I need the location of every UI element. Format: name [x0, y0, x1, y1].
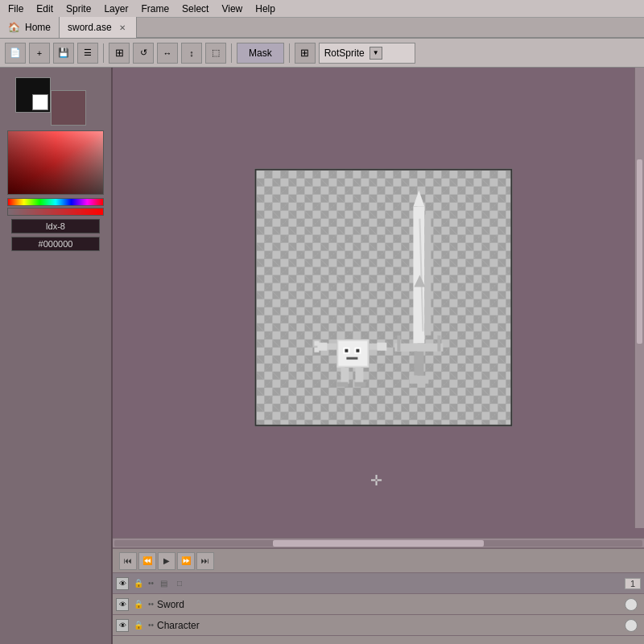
left-panel: ldx-8 — [0, 68, 113, 644]
go-first-button[interactable]: ⏮ — [119, 552, 137, 570]
sword-layer-name: Sword — [157, 599, 621, 610]
crosshair-indicator: ✛ — [370, 472, 382, 489]
char-mouth — [346, 357, 357, 360]
character-layer-visibility[interactable]: 👁 — [116, 619, 129, 632]
layers-header-row: 👁 🔒 •• ▤ □ 1 — [113, 573, 644, 594]
menu-file[interactable]: File — [3, 2, 28, 16]
vertical-scrollbar[interactable] — [634, 68, 644, 528]
tab-close-button[interactable]: ✕ — [117, 22, 128, 33]
tab-bar: 🏠 Home sword.ase ✕ — [0, 18, 644, 39]
h-scrollbar-track[interactable] — [114, 540, 642, 547]
v-scrollbar-thumb[interactable] — [637, 159, 642, 344]
timeline-controls: ⏮ ⏪ ▶ ⏩ ⏭ — [113, 549, 644, 573]
canvas-area: ✛ ⏮ ⏪ ▶ ⏩ ⏭ 👁 — [113, 68, 644, 644]
sword-layer-dots: •• — [148, 600, 154, 609]
char-finger1 — [314, 341, 319, 346]
char-hand-right — [377, 343, 386, 351]
menu-button[interactable]: ☰ — [77, 43, 98, 64]
menu-sprite[interactable]: Sprite — [61, 2, 96, 16]
rotsprite-select[interactable]: RotSprite ▼ — [319, 43, 415, 64]
layer-row-sword: 👁 🔒 •• Sword — [113, 594, 644, 615]
menu-layer[interactable]: Layer — [99, 2, 133, 16]
hue-slider[interactable] — [7, 198, 104, 206]
sword-frame-indicator — [625, 598, 638, 611]
flip-button[interactable]: ↔ — [157, 43, 178, 64]
toolbar-separator-1 — [103, 43, 104, 63]
canvas-wrapper[interactable]: ✛ — [113, 68, 644, 538]
char-face — [338, 341, 367, 366]
tab-home[interactable]: 🏠 Home — [0, 17, 60, 38]
tab-home-label: Home — [25, 22, 51, 33]
rotsprite-label: RotSprite — [324, 47, 365, 59]
rotsprite-dropdown-arrow[interactable]: ▼ — [369, 47, 382, 60]
sword-guard — [394, 344, 443, 352]
layer-expand-icon[interactable]: ▤ — [157, 577, 170, 590]
layer-visibility-icon[interactable]: 👁 — [116, 577, 129, 590]
alpha-slider[interactable] — [7, 208, 104, 216]
new-file-button[interactable]: 📄 — [5, 43, 26, 64]
save-button[interactable]: 💾 — [53, 43, 74, 64]
layer-row-character: 👁 🔒 •• Character — [113, 615, 644, 636]
play-button[interactable]: ▶ — [158, 552, 175, 570]
horizontal-scrollbar[interactable] — [113, 538, 644, 547]
color-swatches — [15, 77, 96, 126]
tools-area: ldx-8 — [0, 68, 111, 644]
character-frame-indicator — [625, 619, 638, 632]
layer-cel-icon[interactable]: □ — [173, 577, 186, 590]
sword-layer-lock[interactable]: 🔒 — [132, 598, 145, 611]
palette-label: ldx-8 — [11, 219, 100, 233]
select-button[interactable]: ⬚ — [205, 43, 226, 64]
menu-frame[interactable]: Frame — [136, 2, 174, 16]
char-leg-left — [341, 368, 349, 384]
menu-select[interactable]: Select — [177, 2, 213, 16]
char-foot-right — [354, 382, 365, 387]
char-arm-left — [325, 344, 336, 350]
foreground-swatch[interactable] — [51, 90, 86, 126]
menu-help[interactable]: Help — [250, 2, 280, 16]
sword-guard-right — [437, 336, 440, 352]
menu-edit[interactable]: Edit — [31, 2, 58, 16]
char-finger2 — [314, 348, 319, 353]
mask-label: Mask — [249, 47, 272, 59]
h-scrollbar-thumb[interactable] — [273, 540, 484, 547]
tab-sword[interactable]: sword.ase ✕ — [60, 17, 137, 38]
char-foot-left — [336, 382, 348, 387]
mask-button[interactable]: Mask — [237, 43, 284, 64]
grid-button[interactable]: ⊞ — [109, 43, 130, 64]
character-layer-lock[interactable]: 🔒 — [132, 619, 145, 632]
toolbar-separator-2 — [231, 43, 232, 63]
flip-v-button[interactable]: ↕ — [181, 43, 202, 64]
go-next-button[interactable]: ⏩ — [177, 552, 195, 570]
home-icon: 🏠 — [8, 22, 20, 33]
toolbar: 📄 + 💾 ☰ ⊞ ↺ ↔ ↕ ⬚ Mask ⊞ RotSprite ▼ — [0, 39, 644, 68]
layer-lock-icon[interactable]: 🔒 — [132, 577, 145, 590]
frame-number: 1 — [625, 578, 641, 589]
sword-tip — [413, 191, 424, 207]
menu-view[interactable]: View — [217, 2, 247, 16]
sword-blade-right — [424, 215, 431, 336]
go-last-button[interactable]: ⏭ — [196, 552, 214, 570]
menu-bar: File Edit Sprite Layer Frame Select View… — [0, 0, 644, 18]
grid2-button[interactable]: ⊞ — [295, 43, 316, 64]
layers-panel: 👁 🔒 •• ▤ □ 1 👁 🔒 •• Sword — [113, 573, 644, 644]
go-prev-button[interactable]: ⏪ — [138, 552, 156, 570]
background-swatch[interactable] — [15, 77, 51, 113]
char-leg-right — [355, 368, 363, 384]
hex-input[interactable] — [11, 237, 100, 251]
sword-guard-left — [397, 336, 400, 352]
timeline: ⏮ ⏪ ▶ ⏩ ⏭ 👁 🔒 •• ▤ □ 1 👁 — [113, 547, 644, 644]
main-layout: ldx-8 — [0, 68, 644, 644]
sprite-canvas — [254, 169, 512, 427]
sword-pommel — [409, 376, 428, 384]
char-pupil-left — [345, 349, 348, 353]
tab-sword-label: sword.ase — [68, 22, 112, 33]
sprite-svg — [256, 171, 514, 428]
add-frame-button[interactable]: + — [29, 43, 50, 64]
char-pupil-right — [356, 349, 359, 353]
color-picker[interactable] — [7, 130, 104, 195]
character-layer-dots: •• — [148, 621, 154, 630]
layer-options-icon[interactable]: •• — [148, 579, 154, 588]
sword-layer-visibility[interactable]: 👁 — [116, 598, 129, 611]
rotate-button[interactable]: ↺ — [133, 43, 154, 64]
character-layer-name: Character — [157, 620, 621, 631]
